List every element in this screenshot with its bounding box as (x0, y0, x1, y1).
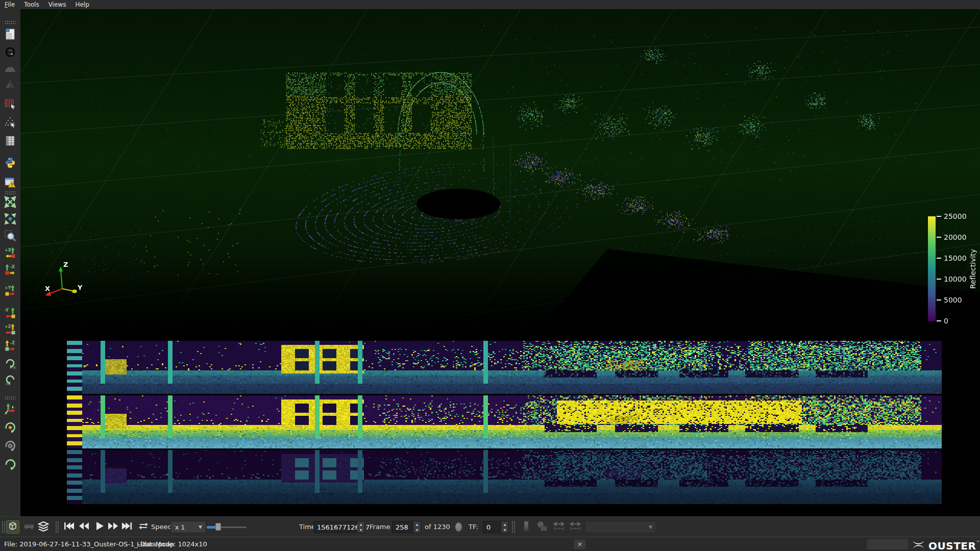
lidar-image-strips[interactable] (67, 341, 942, 505)
toolbar-drag-handle[interactable] (2, 521, 6, 533)
menu-tools[interactable]: Tools (19, 1, 44, 9)
speed-value: x 1 (175, 523, 185, 531)
view-plus-x-button[interactable]: +X (4, 247, 17, 261)
fast-forward-button[interactable] (106, 520, 119, 534)
spin-down-icon[interactable]: ▼ (413, 527, 421, 533)
orbit-camera-button[interactable] (4, 422, 17, 435)
frame-value[interactable]: 258 (392, 521, 413, 533)
python-console-button[interactable] (4, 157, 17, 170)
console-warning-icon: ! (4, 176, 16, 190)
time-value[interactable]: 1561677126.67 (313, 521, 357, 533)
tf-spinbox[interactable]: 0 ▲▼ (483, 521, 509, 533)
layers-icon (37, 520, 50, 534)
play-button[interactable] (93, 520, 106, 534)
menu-views[interactable]: Views (44, 1, 71, 9)
pointcloud-viewport[interactable]: 2500020000150001000050000 Reflectivity (20, 9, 980, 516)
rotate-minus-90-button[interactable]: -90 (4, 374, 17, 387)
center-view-button[interactable] (4, 213, 17, 227)
tf-spin-arrows[interactable]: ▲▼ (501, 521, 509, 533)
spin-up-icon[interactable]: ▲ (357, 521, 364, 527)
svg-text:+Z: +Z (5, 324, 11, 329)
skip-start-icon (63, 520, 75, 534)
left-toolbar: 010101100011!+X-X+Y-Y+Z-Z+90-90 (0, 9, 20, 516)
point-size-button (535, 520, 548, 534)
svg-text:-Y: -Y (5, 308, 9, 313)
open-pcap-button[interactable]: 010101100011 (4, 29, 17, 42)
colorbar-tick-label: 15000 (944, 254, 967, 262)
tick-dash (937, 216, 941, 217)
svg-text:0011: 0011 (7, 37, 12, 39)
svg-text:-Z: -Z (10, 341, 15, 345)
speed-select[interactable]: x 1 ▼ (170, 521, 206, 533)
toolbar-drag-handle[interactable] (511, 521, 516, 533)
orbit-icon (4, 421, 16, 436)
sensor-button[interactable] (4, 46, 17, 60)
skip-to-start-button[interactable] (62, 520, 76, 534)
fast-forward-icon (107, 520, 119, 534)
toolbar-separator-1[interactable] (5, 191, 16, 195)
view-minus-x-button[interactable]: -X (4, 264, 17, 278)
range-arrows-icon (569, 520, 581, 534)
play-icon (93, 520, 106, 534)
close-icon[interactable]: ✕ (574, 539, 586, 549)
view-minus-y-button[interactable]: -Y (4, 308, 17, 321)
mirror-icon (4, 79, 16, 93)
select-points-button[interactable] (4, 98, 17, 111)
spreadsheet-view-button[interactable] (4, 135, 17, 148)
rotate-plus-90-button[interactable]: +90 (4, 358, 17, 371)
spin-up-icon[interactable]: ▲ (501, 521, 508, 527)
toolbar-grip[interactable] (5, 20, 16, 24)
time-spin-arrows[interactable]: ▲▼ (357, 521, 365, 533)
axis-plus-z-icon: +Z (4, 323, 16, 338)
mirror-tool-button (4, 79, 17, 92)
toggle-2d-3d-button[interactable] (6, 520, 19, 534)
select-area-button[interactable] (4, 116, 17, 130)
axes-eye-icon (4, 403, 16, 417)
rewind-button[interactable] (78, 520, 91, 534)
skip-end-icon (121, 520, 133, 534)
toolbar-separator-2[interactable] (5, 396, 16, 400)
sensor-icon (4, 46, 16, 60)
center-view-icon (4, 213, 16, 227)
trademark-mark: ™ (976, 540, 979, 544)
slider-handle[interactable] (215, 523, 221, 531)
time-spinbox[interactable]: 1561677126.67 ▲▼ (313, 521, 365, 533)
toggle-axes-button[interactable] (4, 404, 17, 417)
colorbar-gradient (928, 216, 936, 321)
frame-spinbox[interactable]: 258 ▲▼ (392, 521, 421, 533)
tf-value[interactable]: 0 (483, 521, 501, 533)
rewind-icon (78, 520, 90, 534)
view-plus-y-button[interactable]: +Y (4, 285, 17, 298)
spin-up-icon[interactable]: ▲ (413, 521, 421, 527)
colorbar-tick-label: 20000 (944, 233, 967, 241)
zoom-to-box-button[interactable] (4, 230, 17, 243)
tick-dash (937, 320, 941, 321)
view-plus-z-button[interactable]: +Z (4, 324, 17, 337)
field-select: ▼ (585, 521, 656, 533)
tf-label: TF: (469, 523, 478, 531)
menu-help[interactable]: Help (70, 1, 93, 9)
rotate-ccw-icon: -90 (4, 373, 16, 388)
output-messages-button[interactable]: ! (4, 177, 17, 190)
reset-rotation-button[interactable] (4, 459, 17, 472)
speed-slider[interactable] (207, 525, 247, 529)
view-minus-z-button[interactable]: -Z (4, 340, 17, 354)
colorbar-title: Reflectivity (969, 249, 977, 289)
reset-camera-button[interactable] (4, 196, 17, 210)
sphere-box-icon (535, 520, 548, 534)
layers-button[interactable] (37, 520, 50, 534)
zoom-box-icon (4, 230, 16, 244)
ouster-logo: OUSTER ™ (912, 538, 979, 551)
spin-down-icon[interactable]: ▼ (357, 527, 364, 533)
spin-down-icon[interactable]: ▼ (501, 527, 508, 533)
loop-icon (137, 520, 150, 534)
menu-file[interactable]: File (0, 1, 19, 9)
toolbar-drag-handle[interactable] (55, 521, 59, 533)
loop-button[interactable] (137, 520, 150, 534)
frame-spin-arrows[interactable]: ▲▼ (413, 521, 421, 533)
status-blank-box (867, 539, 909, 550)
chevron-down-icon: ▼ (199, 524, 202, 530)
skip-to-end-button[interactable] (120, 520, 134, 534)
target-camera-button[interactable] (4, 440, 17, 454)
python-icon (4, 157, 16, 171)
